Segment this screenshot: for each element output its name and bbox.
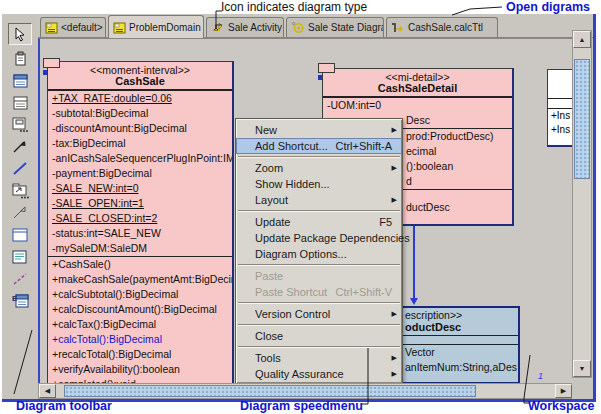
link-tool-button[interactable] [8, 160, 32, 177]
menu-item-quality-assurance[interactable]: Quality Assurance▶ [236, 366, 402, 382]
frame-tool-button[interactable] [8, 226, 32, 243]
scroll-up-button[interactable]: ▲ [573, 31, 591, 48]
tab-label: Sale Activity [228, 22, 282, 33]
menu-label: Paste [255, 270, 283, 282]
menu-item-diagram-options[interactable]: Diagram Options... [236, 246, 402, 262]
package-shortcut-icon [12, 182, 29, 199]
menu-label: Update [255, 216, 290, 228]
note-tool-button[interactable] [8, 50, 32, 67]
association-link[interactable] [413, 226, 415, 299]
menu-item-add-shortcut[interactable]: Add Shortcut...Ctrl+Shift-A [236, 138, 402, 154]
stereotype: <<moment-interval>> [48, 62, 232, 75]
state-diagram-icon [291, 21, 305, 34]
operation[interactable]: +CashSale() [48, 257, 232, 272]
menu-item-layout[interactable]: Layout▶ [236, 192, 402, 208]
menu-shortcut: F5 [379, 214, 392, 230]
tab-problemdomain[interactable]: ProblemDomain [108, 15, 204, 38]
dependency-arrow-icon [12, 205, 28, 220]
note-text-tool-button[interactable] [8, 248, 32, 265]
sequence-diagram-icon [391, 21, 405, 34]
menu-label: Version Control [255, 308, 330, 320]
entity-class-tool-button[interactable]: E [8, 292, 32, 309]
tab-label: Sale State Diagram [308, 22, 384, 33]
cashsale-corner-tab [43, 58, 60, 68]
object-tool-button[interactable] [8, 116, 32, 133]
menu-item-update[interactable]: UpdateF5 [236, 214, 402, 230]
class-icon [13, 74, 28, 88]
class-tool-button[interactable] [8, 72, 32, 89]
class-name: CashSaleDetail [323, 82, 512, 96]
menu-label: Paste Shortcut [255, 286, 327, 298]
dependency-tool-button[interactable] [8, 204, 32, 221]
association-arrow-icon [12, 139, 28, 154]
note-link-icon [12, 272, 28, 286]
menu-item-zoom[interactable]: Zoom▶ [236, 160, 402, 176]
menu-item-update-package-dependencies[interactable]: Update Package Dependencies [236, 230, 402, 246]
link-line-icon [12, 161, 28, 176]
menu-item-new[interactable]: New▶ [236, 122, 402, 138]
menu-label: Tools [255, 352, 281, 364]
scroll-down-button[interactable]: ▼ [573, 360, 591, 377]
attribute[interactable]: -discountAmount:BigDecimal [48, 121, 232, 136]
attribute[interactable]: -status:int=SALE_NEW [48, 226, 232, 241]
attribute[interactable]: -anICashSaleSequencerPlugInPoint:IM [48, 151, 232, 166]
horizontal-scrollbar[interactable]: ◀ ▶ [38, 383, 572, 399]
menu-label: New [255, 124, 277, 136]
stereotype: <<mi-detail>> [323, 69, 512, 82]
menu-shortcut: Ctrl+Shift-A [335, 138, 392, 154]
tab-cashsale-calcttl[interactable]: CashSale.calcTtl [386, 17, 498, 37]
submenu-arrow-icon: ▶ [392, 350, 397, 366]
attribute[interactable]: -subtotal:BigDecimal [48, 106, 232, 121]
operation[interactable]: +calcDiscountAmount():BigDecimal [48, 302, 232, 317]
pointer-tool-button[interactable] [8, 23, 32, 45]
attribute[interactable]: -tax:BigDecimal [48, 136, 232, 151]
attribute[interactable]: -SALE_OPEN:int=1 [48, 196, 232, 211]
vertical-scroll-thumb[interactable] [574, 59, 590, 179]
up-arrow-icon: ▲ [579, 36, 586, 43]
submenu-arrow-icon: ▶ [392, 366, 397, 382]
package-shortcut-tool-button[interactable] [8, 182, 32, 199]
menu-label: Close [255, 330, 283, 342]
diagram-toolbar: E [2, 14, 38, 399]
operation[interactable]: +recalcTotal():BigDecimal [48, 347, 232, 362]
operation[interactable]: +makeCashSale(paymentAmt:BigDecim [48, 272, 232, 287]
note-link-tool-button[interactable] [8, 270, 32, 287]
menu-item-version-control[interactable]: Version Control▶ [236, 306, 402, 322]
attribute[interactable]: -UOM:int=0 [323, 98, 512, 113]
menu-item-paste-shortcut[interactable]: Paste ShortcutCtrl+Shift-V [236, 284, 402, 300]
operation-selected[interactable]: +calcTotal():BigDecimal [48, 332, 232, 347]
tab-label: ProblemDomain [129, 22, 201, 33]
class-cashsale[interactable]: <<moment-interval>> CashSale +TAX_RATE:d… [47, 61, 234, 383]
class-partial-right[interactable]: +Ins +Ins [547, 69, 572, 147]
tab-sale-state-diagram[interactable]: Sale State Diagram [286, 17, 384, 37]
menu-item-paste[interactable]: Paste [236, 268, 402, 284]
operation[interactable]: +calcSubtotal():BigDecimal [48, 287, 232, 302]
operation[interactable]: +verifyAvailability():boolean [48, 362, 232, 377]
submenu-arrow-icon: ▶ [392, 306, 397, 322]
tab-sale-activity[interactable]: Sale Activity [206, 17, 284, 37]
association-tool-button[interactable] [8, 138, 32, 155]
attribute[interactable]: -SALE_NEW:int=0 [48, 181, 232, 196]
vertical-scrollbar[interactable]: ▲ ▼ [572, 30, 592, 378]
diagram-workspace[interactable]: <<moment-interval>> CashSale +TAX_RATE:d… [38, 38, 572, 383]
operation-fragment[interactable]: +Ins [548, 109, 572, 123]
annotation-workspace: Workspace [528, 399, 594, 413]
tab-default[interactable]: <default> [40, 17, 106, 37]
scroll-left-button[interactable]: ◀ [39, 384, 56, 398]
submenu-arrow-icon: ▶ [392, 122, 397, 138]
menu-item-close[interactable]: Close [236, 328, 402, 344]
attribute[interactable]: -SALE_CLOSED:int=2 [48, 211, 232, 226]
entity-class-icon: E [12, 293, 29, 308]
menu-item-tools[interactable]: Tools▶ [236, 350, 402, 366]
operation-fragment[interactable]: +Ins [548, 123, 572, 137]
menu-item-show-hidden[interactable]: Show Hidden... [236, 176, 402, 192]
attribute[interactable]: -mySaleDM:SaleDM [48, 241, 232, 256]
scroll-right-button[interactable]: ▶ [555, 384, 572, 398]
interface-tool-button[interactable] [8, 94, 32, 111]
object-icon [12, 117, 28, 133]
attribute[interactable]: +TAX_RATE:double=0.06 [48, 91, 232, 106]
attribute[interactable]: -payment:BigDecimal [48, 166, 232, 181]
horizontal-scroll-thumb[interactable] [64, 385, 476, 397]
note-text-icon [12, 250, 28, 264]
operation[interactable]: +calcTax():BigDecimal [48, 317, 232, 332]
